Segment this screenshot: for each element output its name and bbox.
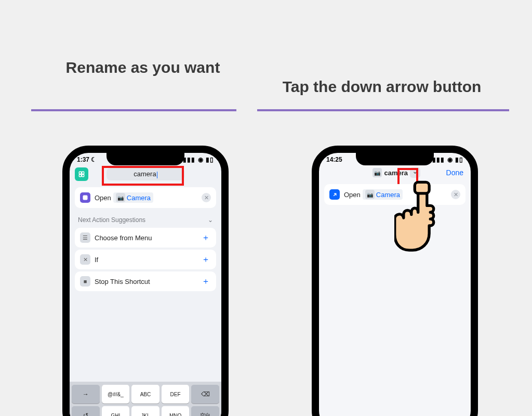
stop-icon: ■	[80, 276, 90, 287]
moon-icon: ☾	[91, 156, 97, 163]
title-bar: camera	[70, 164, 221, 184]
key-def[interactable]: DEF	[162, 385, 190, 404]
svg-rect-0	[79, 172, 81, 174]
add-suggestion-button[interactable]: ＋	[202, 254, 210, 265]
status-time: 14:25	[326, 156, 342, 163]
underline-left	[31, 109, 236, 111]
open-app-icon	[329, 189, 340, 200]
battery-icon: ▮▯	[206, 156, 214, 163]
phone-mock-right: 14:25 ▮▮▮ ◉ ▮▯ 📷 camera Done Open 📷 Came…	[312, 146, 478, 416]
action-verb: Open	[344, 191, 361, 199]
shortcut-name-label: camera	[384, 169, 408, 177]
title-options-button[interactable]	[410, 167, 420, 178]
done-button[interactable]: Done	[446, 168, 463, 177]
remove-action-button[interactable]: ✕	[202, 193, 211, 202]
suggestion-if[interactable]: ⨯ If ＋	[75, 250, 216, 269]
battery-icon: ▮▯	[455, 156, 463, 163]
phone-mock-left: 1:37 ☾ ▮▮▮ ◉ ▮▯ camera Open 📷 Camera ✕ N…	[62, 146, 229, 416]
caption-right: Tap the down arrow button	[270, 78, 494, 96]
notch	[107, 152, 184, 165]
text-cursor	[157, 172, 157, 178]
key-symbols[interactable]: @#/&_	[102, 385, 130, 404]
camera-icon: 📷	[365, 190, 375, 199]
key-ghi[interactable]: GHI	[102, 406, 130, 416]
if-icon: ⨯	[80, 254, 90, 265]
camera-icon: 📷	[373, 168, 382, 177]
svg-rect-4	[83, 196, 88, 200]
status-time: 1:37 ☾	[77, 156, 97, 163]
svg-rect-2	[79, 175, 81, 177]
shortcut-icon[interactable]	[75, 167, 88, 181]
action-verb: Open	[95, 194, 111, 202]
menu-icon: ☰	[80, 232, 90, 243]
svg-rect-5	[415, 182, 429, 193]
suggestions-header: Next Action Suggestions ⌄	[70, 211, 221, 226]
key-jkl[interactable]: JKL	[131, 406, 159, 416]
caption-left: Rename as you want	[31, 57, 255, 77]
keyboard[interactable]: → @#/&_ ABC DEF ⌫ ↺ GHI JKL MNO 空白	[70, 382, 221, 416]
shortcut-name-input[interactable]: camera	[107, 168, 184, 180]
svg-rect-1	[82, 172, 84, 174]
status-indicators: ▮▮▮ ◉ ▮▯	[432, 156, 463, 163]
open-app-icon	[80, 192, 90, 203]
add-suggestion-button[interactable]: ＋	[202, 232, 210, 243]
wifi-icon: ◉	[447, 156, 453, 163]
wifi-icon: ◉	[198, 156, 204, 163]
status-indicators: ▮▮▮ ◉ ▮▯	[183, 156, 214, 163]
pointing-hand-illustration	[394, 179, 462, 257]
signal-icon: ▮▮▮	[183, 156, 195, 163]
app-chip-camera[interactable]: 📷 Camera	[113, 192, 153, 203]
key-tab[interactable]: →	[72, 385, 100, 404]
signal-icon: ▮▮▮	[432, 156, 445, 163]
add-suggestion-button[interactable]: ＋	[202, 276, 210, 287]
svg-rect-3	[82, 175, 84, 177]
notch	[356, 152, 434, 165]
underline-right	[257, 109, 509, 111]
camera-icon: 📷	[116, 193, 125, 202]
key-backspace[interactable]: ⌫	[191, 385, 219, 404]
action-open-app[interactable]: Open 📷 Camera ✕	[75, 187, 216, 208]
suggestion-choose-from-menu[interactable]: ☰ Choose from Menu ＋	[75, 228, 216, 248]
key-undo[interactable]: ↺	[72, 406, 100, 416]
chevron-down-icon[interactable]: ⌄	[208, 216, 213, 224]
key-mno[interactable]: MNO	[162, 406, 190, 416]
key-space[interactable]: 空白	[191, 406, 219, 416]
suggestion-stop[interactable]: ■ Stop This Shortcut ＋	[75, 271, 216, 291]
key-abc[interactable]: ABC	[131, 385, 159, 404]
